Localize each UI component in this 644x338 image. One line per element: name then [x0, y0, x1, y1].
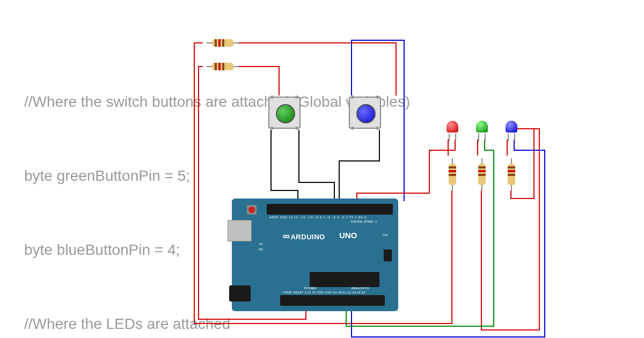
blue-pushbutton[interactable]	[349, 97, 381, 129]
button-pin	[351, 127, 354, 130]
power-section-label: POWER	[304, 286, 317, 290]
led-resistor-red[interactable]	[449, 164, 456, 185]
rx-label: RX	[259, 247, 263, 252]
green-pushbutton[interactable]	[268, 97, 301, 129]
led-bulb-icon	[506, 121, 517, 133]
circuit-diagram: ∞ ARDUINO UNO DIGITAL (PWM ~) POWER ANAL…	[0, 0, 644, 338]
power-analog-pin-labels: IOREF RESET 3.3V 5V GND GND Vin A0 A1 A2…	[283, 291, 365, 294]
button-cap-icon	[356, 104, 376, 123]
digital-pin-header[interactable]	[267, 204, 393, 215]
led-bulb-icon	[447, 121, 458, 133]
resistor-band	[478, 174, 486, 176]
blue-led[interactable]	[506, 121, 517, 137]
button-pin	[351, 95, 354, 99]
button-pin	[376, 127, 379, 130]
button-pin	[295, 127, 298, 130]
model-label: UNO	[339, 231, 357, 240]
resistor-band	[218, 63, 221, 70]
power-analog-pin-header[interactable]	[280, 295, 385, 306]
resistor-band	[508, 170, 515, 172]
pullup-resistor-2[interactable]	[212, 63, 233, 70]
resistor-band	[449, 174, 456, 176]
resistor-band	[449, 170, 456, 172]
led-resistor-green[interactable]	[478, 164, 486, 185]
led-legs	[508, 134, 515, 141]
button-pin	[270, 95, 274, 99]
resistor-band	[478, 166, 486, 168]
brand-text: ARDUINO	[290, 233, 325, 241]
led-legs	[478, 134, 486, 141]
button-pin	[270, 127, 274, 130]
reset-button[interactable]	[247, 205, 257, 215]
resistor-band	[478, 170, 486, 172]
resistor-band	[508, 174, 515, 176]
tx-label: TX	[259, 241, 263, 247]
atmega-chip	[310, 272, 379, 287]
resistor-band	[508, 166, 515, 168]
resistor-band	[222, 39, 224, 47]
led-legs	[449, 134, 456, 141]
tx-rx-leds: TX RX	[259, 241, 263, 252]
green-led[interactable]	[476, 121, 488, 137]
digital-pin-labels: AREF GND 13 12 ~11 ~10 ~9 8 7 ~6 ~5 4 ~3…	[269, 216, 367, 219]
infinity-icon: ∞	[283, 231, 289, 241]
resistor-band	[218, 39, 221, 47]
resistor-band	[215, 63, 217, 70]
resistor-band	[215, 39, 217, 47]
button-pin	[295, 95, 298, 99]
arduino-uno-board[interactable]: ∞ ARDUINO UNO DIGITAL (PWM ~) POWER ANAL…	[232, 199, 398, 311]
arduino-logo: ∞ ARDUINO	[283, 231, 325, 242]
red-led[interactable]	[447, 121, 458, 137]
resistor-band	[222, 63, 224, 70]
digital-section-label: DIGITAL (PWM ~)	[351, 220, 377, 223]
pullup-resistor-1[interactable]	[212, 39, 233, 47]
button-cap-icon	[276, 104, 295, 123]
icsp-header	[384, 249, 392, 261]
button-pin	[376, 95, 379, 99]
analog-section-label: ANALOG IN	[351, 286, 369, 290]
resistor-band	[449, 166, 456, 168]
led-resistor-blue[interactable]	[508, 164, 515, 185]
power-jack	[229, 285, 251, 302]
usb-port	[228, 220, 252, 241]
led-bulb-icon	[476, 121, 488, 133]
on-led-label: ON	[383, 233, 387, 237]
